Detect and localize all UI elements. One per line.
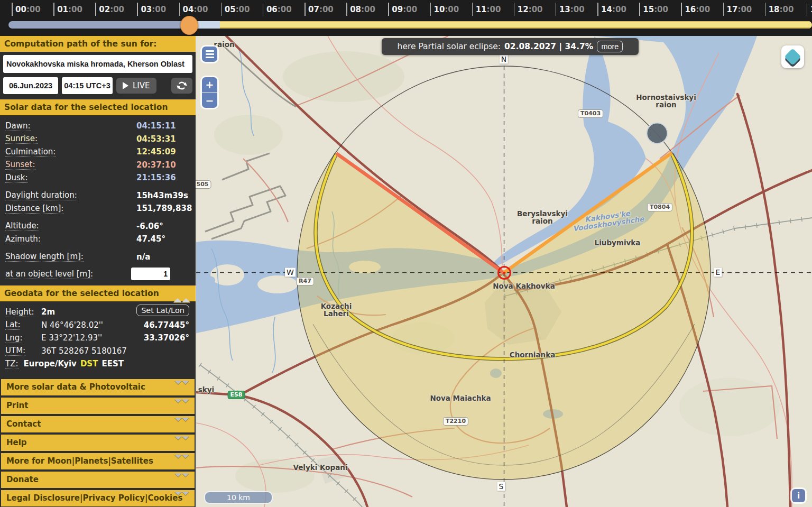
sidebar: Computation path of the sun for: LIVE So… [0, 36, 196, 507]
lat-row: Lat: N 46°46'28.02'' 46.77445° [5, 319, 190, 332]
tz-dst-badge: DST [80, 359, 98, 368]
moon-marker [647, 123, 668, 144]
solar-row: Daylight duration:15h43m39s [5, 189, 190, 202]
timeline-tick [304, 3, 306, 16]
lng-deg: 33.37026° [144, 333, 189, 343]
solar-row-value: 04:53:31 [136, 134, 176, 144]
solar-row: Altitude:-6.06° [5, 220, 190, 233]
chevron-double-down-icon [174, 437, 189, 453]
timeline-tick-label: 08:00 [350, 5, 375, 14]
solar-row-label: Shadow length [m]: [5, 252, 84, 262]
timeline-tick-label: 05:00 [225, 5, 250, 14]
timeline-tick [53, 3, 54, 16]
collapse-icon[interactable] [173, 289, 190, 298]
height-row: Height: 2m Set Lat/Lon [5, 306, 190, 319]
solar-row-label: Culmination: [5, 147, 56, 157]
date-input[interactable] [3, 77, 58, 94]
timeline-tick [681, 3, 682, 16]
timeline-tick [179, 3, 180, 16]
timeline-tick-label: 10:00 [434, 5, 459, 14]
map-menu-button[interactable] [202, 47, 217, 62]
timeline-tick [556, 3, 557, 16]
timeline-tick-label: 18:00 [769, 5, 794, 14]
timeline-tick [388, 3, 389, 16]
timeline-tick-label: 07:00 [308, 5, 334, 14]
utm-row: UTM: 36T 528267 5180167 [5, 345, 190, 358]
tz-value: Europe/Kyiv [24, 359, 77, 368]
geodata-header: Geodata for the selected location [0, 285, 196, 301]
lng-row: Lng: E 33°22'12.93'' 33.37026° [5, 331, 190, 345]
timeline-tick [346, 3, 347, 16]
sidebar-menu-print[interactable]: Print [1, 398, 195, 414]
timeline-tick-label: 12:00 [518, 5, 543, 14]
set-latlon-button[interactable]: Set Lat/Lon [136, 305, 189, 316]
utm-label: UTM: [5, 346, 25, 356]
map-scale-bar: 10 km [204, 491, 273, 504]
sidebar-menu-legal-disclosure-privacy[interactable]: Legal Disclosure|Privacy Policy|Cookies [1, 490, 195, 506]
live-button[interactable]: LIVE [116, 78, 156, 94]
info-button[interactable]: i [792, 489, 805, 502]
height-value: 2m [41, 307, 55, 317]
zoom-in-button[interactable]: + [202, 77, 217, 93]
map-canvas[interactable] [196, 36, 812, 507]
solar-row-value: -6.06° [136, 222, 163, 231]
timeline-bar: 00:0001:0002:0003:0004:0005:0006:0007:00… [0, 0, 812, 36]
timeline-tick-label: 04:00 [183, 5, 208, 14]
timeline-tick [12, 3, 13, 16]
solar-row: Sunset:20:37:10 [5, 159, 190, 172]
time-input[interactable] [62, 77, 113, 94]
menu-item-label: Print [6, 401, 28, 410]
lat-deg: 46.77445° [144, 320, 189, 330]
chevron-double-down-icon [174, 418, 189, 435]
zoom-out-button[interactable]: − [202, 93, 217, 108]
timeline-tick [472, 3, 473, 16]
timeline-tick-label: 13:00 [559, 5, 585, 14]
eclipse-banner-text: here Partial solar eclipse: [398, 42, 501, 51]
timeline-tick-label: 00:00 [15, 5, 41, 14]
hamburger-icon [206, 50, 214, 52]
sidebar-menu-donate[interactable]: Donate [1, 472, 195, 488]
layers-button[interactable] [781, 45, 804, 68]
refresh-button[interactable] [171, 78, 192, 94]
solar-row: Distance [km]:151,789,838 [5, 202, 190, 215]
solar-row-label: Dawn: [5, 121, 31, 131]
timeline-tick [723, 3, 724, 16]
play-icon [123, 82, 128, 89]
solar-row-label: Dusk: [5, 173, 28, 183]
time-slider-knob[interactable] [180, 16, 198, 35]
sidebar-menu-help[interactable]: Help [1, 435, 195, 451]
suncalc-app: NESWraionHornostaivskyiraionBeryslavskyi… [0, 0, 812, 507]
sidebar-menu-contact[interactable]: Contact [1, 416, 195, 432]
object-level-row: at an object level [m]: [5, 265, 190, 282]
sidebar-menu-more-solar-data-photovol[interactable]: More solar data & Photovoltaic [1, 379, 195, 395]
solar-data-panel: Dawn:04:15:11Sunrise:04:53:31Culmination… [0, 115, 196, 285]
solar-row: Dawn:04:15:11 [5, 119, 190, 133]
solar-row-value: 21:15:36 [136, 173, 176, 182]
time-slider-track[interactable] [8, 21, 812, 29]
location-input[interactable] [3, 55, 192, 73]
menu-item-label: More solar data & Photovoltaic [6, 382, 145, 392]
solar-row-value: n/a [136, 252, 150, 262]
solar-row-value: 15h43m39s [136, 191, 188, 200]
timeline-tick [263, 3, 264, 16]
datetime-controls: LIVE [0, 76, 196, 99]
timeline-tick-label: 02:00 [99, 5, 124, 14]
timeline-tick-label: 01:00 [57, 5, 82, 14]
eclipse-more-button[interactable]: more [597, 41, 623, 52]
eclipse-banner: here Partial solar eclipse: 02.08.2027 |… [382, 38, 639, 55]
height-label: Height: [5, 307, 34, 317]
timeline-tick-label: 03:00 [141, 5, 166, 14]
solar-row: Culmination:12:45:09 [5, 145, 190, 159]
eclipse-banner-value: 02.08.2027 | 34.7% [504, 42, 593, 51]
sidebar-menu-more-for-moon-planets-sa[interactable]: More for Moon|Planets|Satellites [1, 453, 195, 469]
slider-night-segment [8, 21, 189, 29]
object-level-input[interactable] [131, 268, 170, 280]
solar-row-label: Distance [km]: [5, 204, 63, 214]
timeline-tick [597, 3, 598, 16]
solar-row: Sunrise:04:53:31 [5, 133, 190, 146]
chevron-double-down-icon [174, 381, 189, 398]
timeline-tick-label: 09:00 [392, 5, 417, 14]
solar-row-value: 47.45° [136, 234, 165, 244]
timeline-tick [95, 3, 96, 16]
menu-item-label: Help [6, 438, 27, 447]
